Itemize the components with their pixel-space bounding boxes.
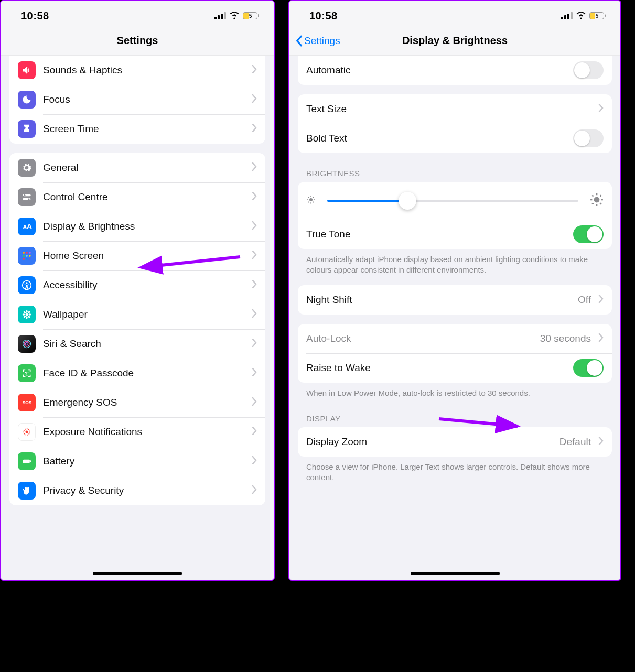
page-title: Display & Brightness [402, 35, 508, 47]
chevron-right-icon [252, 65, 257, 75]
raise-to-wake-row: Raise to Wake [298, 353, 612, 383]
settings-row-face-id-passcode[interactable]: Face ID & Passcode [9, 359, 265, 388]
row-label: Auto-Lock [306, 333, 533, 344]
settings-row-sounds-haptics[interactable]: Sounds & Haptics [9, 56, 265, 85]
left-screenshot: 10:58 5 Settings Sounds & HapticsFocusSc… [0, 0, 275, 581]
nav-bar: Settings Display & Brightness [289, 26, 620, 56]
automatic-row: Automatic [298, 56, 612, 85]
row-label: Text Size [306, 103, 591, 115]
clock: 10:58 [309, 10, 338, 22]
auto-lock-row[interactable]: Auto-Lock 30 seconds [298, 324, 612, 353]
back-button[interactable]: Settings [295, 35, 340, 47]
chevron-right-icon [252, 221, 257, 232]
row-label: Bold Text [306, 133, 566, 144]
raise-to-wake-toggle[interactable] [573, 359, 604, 377]
true-tone-row: True Tone [298, 220, 612, 249]
row-label: General [43, 162, 244, 174]
settings-row-general[interactable]: General [9, 153, 265, 182]
svg-point-1 [24, 194, 25, 196]
gear-icon [18, 159, 36, 177]
svg-text:SOS: SOS [23, 400, 32, 405]
text-size-row[interactable]: Text Size [298, 94, 612, 124]
display-zoom-footer: Choose a view for iPhone. Larger Text sh… [306, 462, 604, 483]
svg-point-23 [27, 315, 30, 318]
home-indicator[interactable] [93, 572, 182, 575]
svg-point-16 [26, 282, 27, 284]
bold-text-toggle[interactable] [573, 129, 604, 147]
chevron-left-icon [295, 35, 303, 47]
wifi-icon [229, 10, 240, 21]
accessibility-icon [18, 276, 36, 294]
row-label: Battery [43, 456, 244, 467]
settings-row-screen-time[interactable]: Screen Time [9, 114, 265, 144]
battery-icon: 5 [589, 12, 606, 19]
settings-row-accessibility[interactable]: Accessibility [9, 270, 265, 300]
svg-point-33 [26, 431, 28, 433]
svg-line-51 [592, 195, 593, 196]
chevron-right-icon [598, 295, 604, 305]
settings-row-focus[interactable]: Focus [9, 85, 265, 114]
settings-row-siri-search[interactable]: Siri & Search [9, 329, 265, 359]
status-bar: 10:58 5 [1, 1, 274, 26]
row-value: Default [559, 436, 591, 448]
svg-rect-11 [29, 255, 30, 256]
svg-rect-10 [26, 255, 27, 256]
svg-rect-7 [26, 252, 27, 254]
home-indicator[interactable] [411, 572, 500, 575]
chevron-right-icon [252, 427, 257, 437]
hourglass-icon [18, 120, 36, 138]
row-label: Home Screen [43, 250, 244, 262]
brightness-slider[interactable] [327, 200, 578, 202]
svg-rect-14 [29, 258, 30, 259]
svg-rect-9 [23, 255, 25, 256]
section-header-brightness: BRIGHTNESS [306, 169, 604, 178]
display-zoom-row[interactable]: Display Zoom Default [298, 427, 612, 457]
settings-row-privacy-security[interactable]: Privacy & Security [9, 476, 265, 505]
row-label: Wallpaper [43, 309, 244, 320]
aa-icon: AA [18, 218, 36, 235]
settings-row-home-screen[interactable]: Home Screen [9, 241, 265, 270]
chevron-right-icon [252, 280, 257, 290]
svg-point-25 [23, 315, 26, 318]
svg-point-24 [27, 311, 30, 314]
svg-point-17 [26, 313, 28, 316]
row-value: Off [578, 294, 591, 306]
section-header-display: DISPLAY [306, 414, 604, 423]
row-label: Privacy & Security [43, 485, 244, 496]
svg-line-53 [592, 203, 593, 204]
settings-row-battery[interactable]: Battery [9, 447, 265, 476]
automatic-toggle[interactable] [573, 61, 604, 79]
settings-row-control-centre[interactable]: Control Centre [9, 182, 265, 212]
row-label: Automatic [306, 64, 566, 76]
page-title: Settings [117, 35, 158, 47]
svg-point-22 [23, 311, 26, 314]
svg-point-37 [309, 198, 313, 201]
grid-icon [18, 247, 36, 265]
row-label: Focus [43, 94, 244, 105]
settings-row-wallpaper[interactable]: Wallpaper [9, 300, 265, 329]
svg-point-20 [23, 313, 25, 315]
svg-rect-34 [23, 460, 30, 463]
settings-row-exposure-notifications[interactable]: Exposure Notifications [9, 417, 265, 447]
chevron-right-icon [252, 368, 257, 378]
svg-rect-8 [29, 252, 30, 254]
svg-point-19 [26, 316, 27, 319]
svg-line-42 [308, 197, 309, 198]
night-shift-row[interactable]: Night Shift Off [298, 285, 612, 315]
row-label: Screen Time [43, 123, 244, 135]
back-label: Settings [304, 35, 340, 47]
chevron-right-icon [252, 251, 257, 261]
row-value: 30 seconds [540, 333, 591, 344]
row-label: Control Centre [43, 191, 244, 203]
moon-icon [18, 91, 36, 109]
svg-line-44 [308, 202, 309, 203]
settings-row-emergency-sos[interactable]: SOSEmergency SOS [9, 388, 265, 417]
svg-point-18 [26, 310, 27, 313]
chevron-right-icon [252, 485, 257, 496]
chevron-right-icon [252, 162, 257, 173]
status-bar: 10:58 5 [289, 1, 620, 26]
true-tone-toggle[interactable] [573, 225, 604, 243]
settings-row-display-brightness[interactable]: AADisplay & Brightness [9, 212, 265, 241]
row-label: Raise to Wake [306, 362, 566, 374]
clock: 10:58 [21, 10, 49, 22]
